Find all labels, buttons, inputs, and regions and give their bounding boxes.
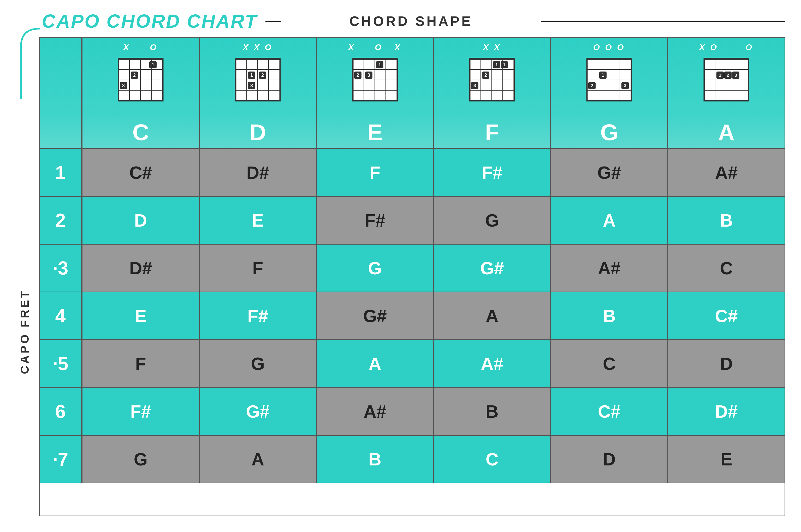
note-cell: F#: [199, 292, 316, 339]
note-cell: F: [316, 149, 433, 196]
note-cell: A#: [316, 388, 433, 435]
chord-name-C: C: [132, 114, 149, 148]
table-row: ·5FGAA#CD: [40, 340, 785, 388]
svg-text:2: 2: [727, 73, 729, 78]
note-cell: D#: [667, 388, 785, 435]
svg-text:2: 2: [133, 73, 136, 78]
note-cell: E: [199, 197, 316, 244]
note-cell: B: [550, 292, 667, 339]
chord-column-G: O O O 1 2: [550, 38, 667, 148]
chord-name-G: G: [600, 114, 618, 148]
note-cell: B: [316, 436, 433, 483]
svg-text:2: 2: [484, 73, 487, 78]
note-cell: A: [316, 340, 433, 387]
note-cell: G: [433, 197, 550, 244]
chord-column-D: X X O 1 2: [199, 38, 316, 148]
note-cell: F#: [433, 149, 550, 196]
note-cell: A: [199, 436, 316, 483]
note-cell: F#: [316, 197, 433, 244]
table-row: 4EF#G#ABC#: [40, 292, 785, 340]
diagram-D: 1 2 3: [228, 54, 288, 114]
chord-table: 1C#D#FF#G#A#2DEF#GAB·3D#FGG#A#C4EF#G#ABC…: [39, 148, 785, 516]
svg-text:2: 2: [357, 73, 359, 78]
svg-text:1: 1: [378, 62, 381, 68]
svg-text:2: 2: [261, 73, 264, 78]
diagram-E: 1 2 3: [345, 54, 405, 114]
note-cell: G#: [316, 292, 433, 339]
note-cell: G: [316, 245, 433, 291]
note-cell: A: [433, 292, 550, 339]
chord-name-A: A: [718, 114, 735, 148]
table-wrapper: X O: [39, 37, 785, 516]
chord-column-E: X O X 1: [316, 38, 433, 148]
note-cell: D: [550, 436, 667, 483]
chord-name-E: E: [367, 114, 383, 148]
svg-text:3: 3: [624, 83, 626, 88]
svg-text:3: 3: [735, 73, 737, 78]
note-cell: C#: [550, 388, 667, 435]
string-markers-A: X O O: [699, 38, 754, 54]
chord-column-C: X O: [82, 38, 199, 148]
note-cell: F#: [82, 388, 199, 435]
table-row: 6F#G#A#BC#D#: [40, 388, 785, 436]
note-cell: C: [550, 340, 667, 387]
note-cell: E: [82, 292, 199, 339]
string-markers-E: X O X: [348, 38, 402, 54]
note-cell: A#: [667, 149, 785, 196]
main-content: CAPO FRET X O: [16, 37, 785, 516]
chord-name-F: F: [485, 114, 499, 148]
diagram-F: 1 1 2 3: [462, 54, 522, 114]
header: CAPO CHORD CHART CHORD SHAPE: [16, 11, 785, 32]
note-cell: G: [82, 436, 199, 483]
string-markers-F: X X: [483, 38, 501, 54]
note-cell: C#: [82, 149, 199, 196]
svg-text:1: 1: [152, 62, 154, 68]
fret-header-spacer: [40, 38, 82, 148]
fret-cell: ·5: [40, 340, 82, 387]
svg-rect-21: [236, 58, 280, 60]
svg-text:3: 3: [250, 83, 253, 88]
note-cell: F: [199, 245, 316, 291]
note-cell: A#: [550, 245, 667, 291]
svg-text:3: 3: [122, 83, 125, 88]
diagram-C: 1 2 3: [111, 54, 171, 114]
fret-cell: 2: [40, 197, 82, 244]
note-cell: A#: [433, 340, 550, 387]
note-cell: G: [199, 340, 316, 387]
chord-column-F: X X 1 1: [433, 38, 550, 148]
string-markers-D: X X O: [243, 38, 273, 54]
note-cell: C: [667, 245, 785, 291]
note-cell: D: [667, 340, 785, 387]
svg-rect-7: [118, 58, 163, 60]
table-row: ·7GABCDE: [40, 436, 785, 483]
capo-fret-label: CAPO FRET: [16, 147, 34, 516]
string-markers-C: X O: [123, 38, 158, 54]
diagram-A: 1 2 3: [697, 54, 756, 114]
table-row: 1C#D#FF#G#A#: [40, 149, 785, 197]
svg-text:3: 3: [474, 83, 476, 88]
svg-text:1: 1: [250, 73, 253, 78]
note-cell: D#: [199, 149, 316, 196]
svg-rect-79: [704, 58, 748, 60]
svg-text:1: 1: [496, 63, 498, 67]
diagram-header-area: X O: [39, 37, 785, 148]
chord-column-A: X O O 1 2: [667, 38, 785, 148]
header-divider-right: [541, 21, 785, 22]
svg-text:3: 3: [367, 73, 370, 78]
note-cell: E: [667, 436, 785, 483]
page-title: CAPO CHORD CHART: [42, 11, 258, 32]
note-cell: G#: [433, 245, 550, 291]
fret-cell: ·7: [40, 436, 82, 483]
note-cell: A: [550, 197, 667, 244]
diagram-G: 1 2 3: [579, 54, 639, 114]
svg-text:1: 1: [719, 73, 721, 78]
note-cell: B: [433, 388, 550, 435]
svg-rect-65: [587, 58, 631, 60]
header-divider-left: [265, 21, 281, 22]
fret-cell: 1: [40, 149, 82, 196]
svg-rect-35: [353, 58, 397, 60]
svg-rect-49: [470, 58, 514, 60]
note-cell: C: [433, 436, 550, 483]
fret-cell: ·3: [40, 245, 82, 291]
table-row: 2DEF#GAB: [40, 197, 785, 245]
